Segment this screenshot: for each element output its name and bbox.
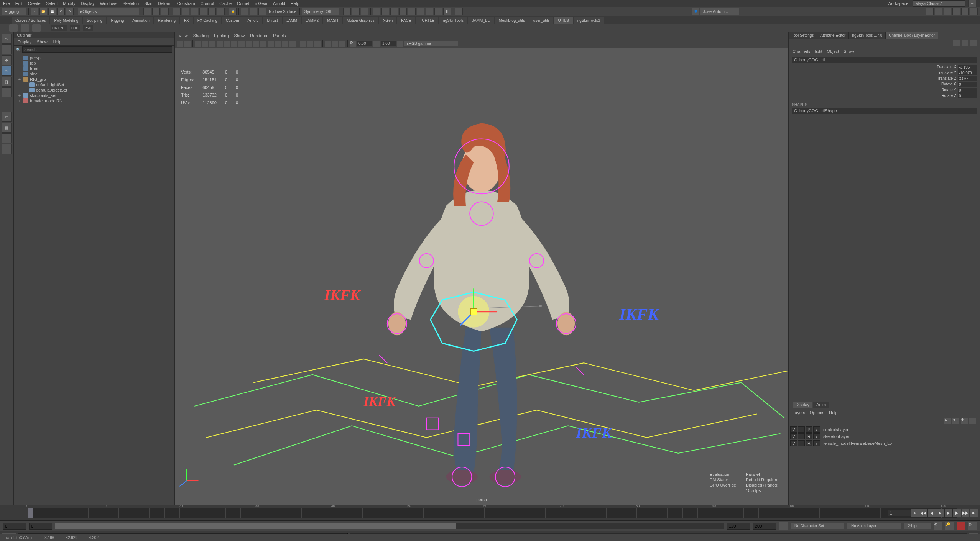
shelf-tab-jamm2[interactable]: JAMM2: [302, 17, 322, 24]
attr-value-field[interactable]: -10.979: [958, 70, 977, 75]
channel-menu-edit[interactable]: Edit: [815, 49, 822, 54]
pac-label[interactable]: PAC: [83, 25, 93, 31]
fps-dropdown[interactable]: 24 fps: [904, 523, 931, 529]
layout-custom-icon[interactable]: [2, 144, 12, 154]
render-view-icon[interactable]: [455, 8, 463, 15]
outliner-tree[interactable]: persp top front side + RIG_grp defaultLi…: [14, 54, 174, 505]
shelf-tab-motion-graphics[interactable]: Motion Graphics: [343, 17, 378, 24]
shelf-button-1[interactable]: [9, 24, 18, 32]
attr-value-field[interactable]: 3.066: [958, 76, 977, 81]
autokey-icon[interactable]: 🔑: [945, 522, 954, 530]
layer-template-toggle[interactable]: [798, 440, 805, 446]
cb-icon-3[interactable]: [970, 40, 977, 46]
layer-color-swatch[interactable]: /: [813, 440, 820, 446]
lasso-tool-icon[interactable]: [2, 44, 12, 54]
layout-outliner-icon[interactable]: [2, 133, 12, 143]
attr-value-field[interactable]: -3.196: [958, 65, 977, 70]
vp-menu-panels[interactable]: Panels: [273, 33, 286, 38]
anim-layer-dropdown[interactable]: No Anim Layer: [847, 523, 901, 529]
vp-menu-view[interactable]: View: [179, 33, 188, 38]
range-start-outer-field[interactable]: [3, 523, 26, 530]
menu-skin[interactable]: Skin: [144, 1, 152, 6]
layout-icon-7[interactable]: [426, 8, 433, 15]
shelf-tab-sculpting[interactable]: Sculpting: [83, 17, 106, 24]
new-scene-icon[interactable]: ▫: [31, 8, 38, 15]
layer-new-selected-icon[interactable]: [969, 418, 976, 424]
menu-comet[interactable]: Comet: [237, 1, 249, 6]
shelf-tab-fx[interactable]: FX: [180, 17, 193, 24]
select-tool-icon[interactable]: ↖: [2, 34, 12, 44]
shelf-tab-arnold[interactable]: Arnold: [243, 17, 262, 24]
vp-wireframe-icon[interactable]: [217, 41, 223, 47]
menu-cache[interactable]: Cache: [219, 1, 232, 6]
layout-icon-3[interactable]: [390, 8, 398, 15]
panel-toggle-4-icon[interactable]: [952, 8, 960, 15]
tab-tool-settings[interactable]: Tool Settings: [789, 32, 817, 39]
layer-template-toggle[interactable]: [798, 426, 805, 433]
range-handle[interactable]: [55, 523, 456, 529]
panel-toggle-2-icon[interactable]: [935, 8, 942, 15]
snap-curve-icon[interactable]: [182, 8, 189, 15]
layer-color-swatch[interactable]: /: [813, 426, 820, 433]
shelf-tab-face[interactable]: FACE: [397, 17, 415, 24]
menu-create[interactable]: Create: [28, 1, 41, 6]
lock-icon[interactable]: 🔒: [229, 8, 237, 15]
snap-plane-icon[interactable]: [199, 8, 207, 15]
shelf-tab-jamm[interactable]: JAMM: [283, 17, 301, 24]
shelf-tab-xgen[interactable]: XGen: [379, 17, 397, 24]
construction-history-icon[interactable]: [343, 8, 351, 15]
render-settings-icon[interactable]: [258, 8, 266, 15]
layer-menu-layers[interactable]: Layers: [793, 410, 805, 415]
go-end-button[interactable]: ⏭: [970, 509, 978, 517]
layout-icon-6[interactable]: [417, 8, 424, 15]
time-ruler[interactable]: 0102030405060708090100110120: [28, 508, 957, 518]
vp-grid-icon[interactable]: [195, 41, 201, 47]
vp-xrayj-icon[interactable]: [268, 41, 274, 47]
last-tool-icon[interactable]: [2, 87, 12, 97]
menu-modify[interactable]: Modify: [63, 1, 75, 6]
range-start-field[interactable]: [29, 523, 52, 530]
redo-icon[interactable]: ↷: [66, 8, 74, 15]
go-start-button[interactable]: ⏮: [911, 509, 919, 517]
layer-menu-help[interactable]: Help: [829, 410, 838, 415]
attr-value-field[interactable]: 0: [958, 88, 977, 93]
tab-display-layers[interactable]: Display: [793, 402, 812, 408]
vp-light1-icon[interactable]: [300, 41, 306, 47]
vp-cm-icon[interactable]: [397, 41, 403, 47]
outliner-menu-show[interactable]: Show: [37, 39, 48, 44]
save-scene-icon[interactable]: 💾: [48, 8, 56, 15]
shelf-tab-jamm-bu[interactable]: JAMM_BU: [468, 17, 494, 24]
panel-toggle-6-icon[interactable]: [970, 8, 978, 15]
vp-exp1-icon[interactable]: [325, 41, 331, 47]
outliner-item-front[interactable]: front: [16, 66, 172, 71]
shelf-tab-bifrost[interactable]: Bifrost: [263, 17, 281, 24]
shelf-tab-rigging[interactable]: Rigging: [107, 17, 128, 24]
lasso-icon[interactable]: [152, 8, 160, 15]
set-key-button[interactable]: [957, 522, 965, 530]
vp-aa-icon[interactable]: [289, 41, 296, 47]
ipr-icon[interactable]: [250, 8, 257, 15]
vp-menu-show[interactable]: Show: [234, 33, 245, 38]
layer-row-controlsLayer[interactable]: V P / controlsLayer: [790, 426, 978, 433]
shelf-button-2[interactable]: [21, 24, 29, 32]
vp-menu-renderer[interactable]: Renderer: [250, 33, 268, 38]
toggle-icon-a[interactable]: [352, 8, 360, 15]
layer-playback-toggle[interactable]: P: [806, 426, 812, 433]
layer-visibility-toggle[interactable]: V: [790, 440, 797, 446]
render-icon[interactable]: [241, 8, 248, 15]
selection-mode-dropdown[interactable]: ▸ Objects: [78, 8, 139, 15]
shelf-tab-meshblog-utils[interactable]: MeshBlog_utils: [495, 17, 529, 24]
layer-visibility-toggle[interactable]: V: [790, 433, 797, 439]
vp-motion-icon[interactable]: [282, 41, 288, 47]
panel-toggle-1-icon[interactable]: [926, 8, 934, 15]
pause-icon[interactable]: ⏸: [443, 8, 451, 15]
range-menu-icon[interactable]: [779, 522, 788, 530]
vp-textured-icon[interactable]: [231, 41, 237, 47]
cb-icon-1[interactable]: [953, 40, 960, 46]
menu-windows[interactable]: Windows: [100, 1, 117, 6]
vp-gear-icon[interactable]: ⚙: [350, 41, 356, 47]
layer-new-icon[interactable]: ✚: [961, 418, 968, 424]
vp-shadows-icon[interactable]: [246, 41, 252, 47]
character-set-dropdown[interactable]: No Character Set: [791, 523, 844, 529]
vp-colorspace-dropdown[interactable]: sRGB gamma: [404, 41, 458, 46]
